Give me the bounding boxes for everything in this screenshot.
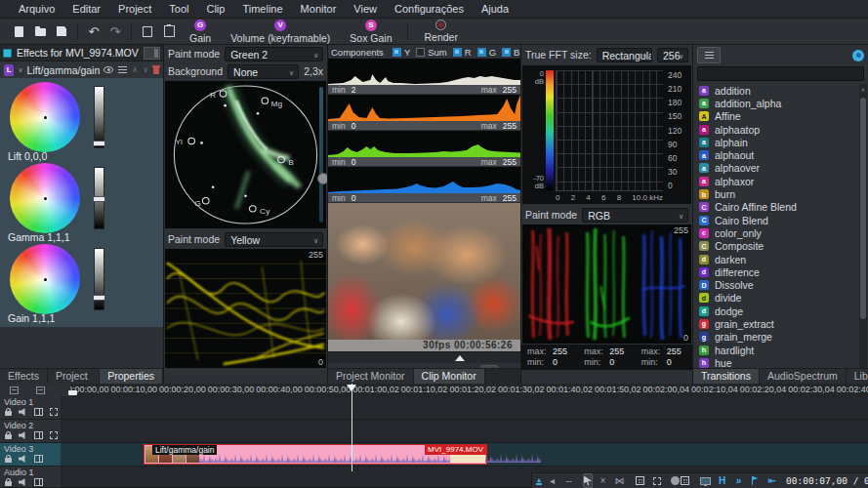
track-split-icon[interactable] <box>34 408 43 416</box>
luma-slider-handle[interactable] <box>93 295 105 301</box>
component-checkbox[interactable]: G <box>477 47 496 58</box>
compositor-list-item[interactable]: b burn <box>699 187 868 200</box>
compositor-list-item[interactable]: g grain_merge <box>699 331 868 344</box>
copy-button[interactable] <box>137 21 158 41</box>
paint-mode-dropdown[interactable]: Green 2 <box>225 47 323 61</box>
checkbox-icon[interactable] <box>416 48 425 57</box>
info-icon[interactable] <box>852 50 864 61</box>
component-checkbox[interactable]: B <box>502 47 519 58</box>
compositor-list-item[interactable]: d divide <box>699 292 868 305</box>
render-button[interactable]: Render <box>425 20 458 43</box>
panel-toggle-button[interactable] <box>144 47 160 60</box>
compositor-list-item[interactable]: d darken <box>699 253 868 265</box>
fft-size-dropdown[interactable]: 256 <box>657 48 688 62</box>
mute-icon[interactable] <box>19 455 27 463</box>
background-dropdown[interactable]: None <box>227 64 299 79</box>
waveform-paint-mode-dropdown[interactable]: Yellow <box>225 232 323 247</box>
track-output-icon[interactable] <box>50 431 58 439</box>
compositor-list-item[interactable]: a alphaover <box>699 162 868 175</box>
marker-button[interactable] <box>749 474 762 487</box>
luma-slider[interactable] <box>94 248 104 310</box>
lock-icon[interactable] <box>5 411 12 416</box>
zoom-slider-handle[interactable] <box>671 476 680 485</box>
jump-start-button[interactable]: ⇤ <box>765 474 778 487</box>
timeline-ruler[interactable]: 00:00:00,0000:00:10,0000:00:20,0000:00:3… <box>0 384 868 397</box>
track-output-icon[interactable] <box>50 408 58 416</box>
scroll-up-icon[interactable]: ∧ <box>859 86 867 93</box>
compositor-list-item[interactable]: a alphaout <box>699 148 868 161</box>
track-split-icon[interactable] <box>34 431 43 439</box>
checkbox-icon[interactable] <box>477 48 486 57</box>
effect-row[interactable]: L ∨ Lift/gamma/gain ∧ ∨ <box>0 61 163 79</box>
compositor-list-item[interactable]: C Cairo Affine Blend <box>699 201 868 214</box>
component-checkbox[interactable]: R <box>453 47 472 58</box>
component-checkbox[interactable]: Sum <box>416 47 447 58</box>
track-lane-video2[interactable] <box>61 420 868 443</box>
menu-item[interactable]: View <box>345 3 386 15</box>
audio-filter-button[interactable]: V Volume (keyframable) <box>230 20 330 44</box>
lock-icon[interactable] <box>5 458 12 463</box>
compositor-list-item[interactable]: a addition <box>699 84 868 97</box>
track-header-video2[interactable]: Video 2 <box>0 420 61 443</box>
compositor-list-item[interactable]: C Composite <box>699 240 868 253</box>
scrollbar-thumb[interactable] <box>860 98 866 319</box>
zoom-box-button[interactable] <box>650 474 663 487</box>
right-panel-tab[interactable]: Library <box>847 369 868 384</box>
paste-button[interactable] <box>158 21 180 41</box>
compositors-menu-button[interactable] <box>697 47 721 63</box>
mute-icon[interactable] <box>19 431 27 439</box>
compositor-list-item[interactable]: c color_only <box>699 226 868 239</box>
checkbox-icon[interactable] <box>502 48 511 57</box>
timeline-fit-icon[interactable] <box>36 386 45 394</box>
move-up-icon[interactable]: ∧ <box>132 66 138 74</box>
compositor-list-item[interactable]: D Dissolve <box>699 278 868 291</box>
roll-tool-button[interactable]: ⋈ <box>613 474 626 487</box>
autofollow-button[interactable]: » <box>732 474 745 487</box>
right-panel-tab[interactable]: AudioSpectrum <box>760 369 847 384</box>
track-header-video3[interactable]: Video 3 <box>0 443 61 467</box>
monitor-tab[interactable]: Project Monitor <box>328 369 414 384</box>
compositor-list-item[interactable]: d dodge <box>699 305 868 317</box>
compositor-list-item[interactable]: a alphaatop <box>699 123 868 136</box>
new-project-button[interactable] <box>8 21 29 41</box>
monitor-tab[interactable]: Clip Monitor <box>414 369 485 384</box>
track-header-audio1[interactable]: Audio 1 <box>0 467 61 488</box>
eject-tool-button[interactable]: ▴ <box>536 476 542 485</box>
luma-slider-handle[interactable] <box>93 196 105 202</box>
menu-item[interactable]: Project <box>109 3 160 15</box>
color-wheel[interactable] <box>10 244 80 314</box>
menu-item[interactable]: Arquivo <box>10 3 63 15</box>
menu-item[interactable]: Ajuda <box>473 3 517 15</box>
compositor-list-item[interactable]: a addition_alpha <box>699 97 868 109</box>
track-header-video1[interactable]: Video 1 <box>0 396 61 420</box>
overwrite-range-button[interactable]: -- <box>562 474 575 487</box>
monitor-toggle-button[interactable] <box>699 474 712 487</box>
pointer-tool-button[interactable] <box>583 473 593 488</box>
undo-button[interactable]: ↶ <box>83 21 104 41</box>
compositor-list-item[interactable]: a alphain <box>699 136 868 148</box>
left-panel-tab[interactable]: Properties <box>100 369 163 384</box>
luma-slider[interactable] <box>94 86 104 148</box>
trash-icon[interactable] <box>153 67 159 74</box>
checkbox-icon[interactable] <box>453 48 462 57</box>
open-project-button[interactable] <box>29 21 51 41</box>
color-wheel[interactable] <box>10 163 80 233</box>
cut-tool-button[interactable]: × <box>597 474 609 487</box>
zoom-fit-button[interactable] <box>679 474 691 487</box>
lock-icon[interactable] <box>5 434 12 439</box>
compositor-list-item[interactable]: a alphaxor <box>699 175 868 187</box>
checkbox-icon[interactable] <box>393 48 401 57</box>
menu-item[interactable]: Editar <box>63 3 109 15</box>
luma-slider[interactable] <box>94 167 104 229</box>
menu-item[interactable]: Tool <box>160 3 197 15</box>
track-split-icon[interactable] <box>34 455 43 463</box>
menu-icon[interactable] <box>118 66 127 73</box>
playhead[interactable] <box>351 384 352 471</box>
monitor-scrub-bar[interactable] <box>328 351 520 363</box>
save-project-button[interactable] <box>51 21 72 41</box>
snapping-button[interactable]: H <box>716 474 728 487</box>
compositor-list-item[interactable]: A Affine <box>699 110 868 123</box>
compositor-list-item[interactable]: d difference <box>699 265 868 278</box>
mute-icon[interactable] <box>19 408 27 416</box>
left-panel-tab[interactable]: Project Bin <box>48 369 100 384</box>
